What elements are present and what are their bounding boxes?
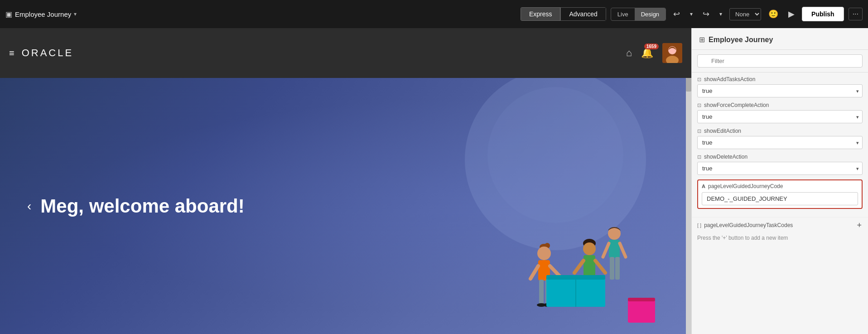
property-select-showDeleteAction[interactable]: true false	[697, 162, 863, 175]
svg-rect-6	[615, 257, 620, 280]
property-select-showEditAction[interactable]: true false	[697, 136, 863, 149]
undo-button[interactable]: ↩	[670, 7, 683, 21]
play-button[interactable]: ▶	[786, 7, 797, 21]
panel-title: Employee Journey	[709, 36, 773, 44]
design-button[interactable]: Design	[635, 8, 665, 20]
user-avatar[interactable]	[662, 43, 682, 63]
prop-icon-pageLevelGuidedJourneyCode: A	[702, 184, 705, 189]
right-panel: ⊞ Employee Journey 🔍 ⊡ showAddTasksActio…	[691, 28, 868, 334]
property-select-showForceCompleteAction[interactable]: true false	[697, 110, 863, 123]
svg-line-7	[603, 243, 609, 257]
illustration-svg	[506, 207, 664, 334]
array-label-left: [ ] pageLevelGuidedJourneyTaskCodes	[697, 222, 793, 228]
advanced-mode-button[interactable]: Advanced	[560, 7, 606, 21]
svg-point-11	[537, 247, 551, 260]
svg-rect-21	[583, 255, 595, 277]
property-label-showForceCompleteAction: ⊡ showForceCompleteAction	[697, 102, 863, 108]
live-design-group: Live Design	[611, 8, 666, 21]
svg-point-20	[583, 242, 596, 255]
publish-button[interactable]: Publish	[802, 7, 844, 21]
oracle-header-right: ⌂ 🔔 1659	[626, 43, 682, 63]
oracle-header-left: ≡ ORACLE	[9, 47, 73, 59]
panel-header: ⊞ Employee Journey	[692, 28, 868, 50]
prop-icon-showForceCompleteAction: ⊡	[697, 102, 701, 108]
property-label-pageLevelGuidedJourneyCode: A pageLevelGuidedJourneyCode	[702, 183, 858, 189]
property-select-wrapper-showAddTasksAction: true false ▾	[697, 84, 863, 97]
main-layout: ≡ ORACLE ⌂ 🔔 1659	[0, 28, 868, 334]
app-title-group: ▣ Employee Journey ▾	[5, 10, 77, 19]
panel-icon: ⊞	[699, 35, 705, 44]
property-select-showAddTasksAction[interactable]: true false	[697, 84, 863, 97]
property-select-wrapper-showDeleteAction: true false ▾	[697, 162, 863, 175]
svg-rect-32	[628, 298, 655, 301]
document-icon: ▣	[5, 10, 12, 19]
property-label-showDeleteAction: ⊡ showDeleteAction	[697, 154, 863, 160]
prop-icon-showEditAction: ⊡	[697, 128, 701, 134]
live-button[interactable]: Live	[611, 8, 635, 20]
emoji-button[interactable]: 🙂	[766, 7, 781, 21]
array-property-section: [ ] pageLevelGuidedJourneyTaskCodes + Pr…	[692, 217, 868, 245]
hero-welcome-text: Meg, welcome aboard!	[40, 195, 244, 217]
properties-section: ⊡ showAddTasksAction true false ▾ ⊡ show…	[692, 73, 868, 217]
property-showAddTasksAction: ⊡ showAddTasksAction true false ▾	[697, 76, 863, 97]
hero-banner: ‹ Meg, welcome aboard!	[0, 78, 691, 334]
prop-icon-showDeleteAction: ⊡	[697, 154, 701, 160]
svg-rect-31	[628, 298, 655, 323]
hero-illustration	[506, 207, 664, 334]
redo-dropdown-button[interactable]: ▾	[717, 9, 725, 19]
filter-input[interactable]	[697, 54, 863, 68]
svg-rect-4	[609, 240, 620, 258]
property-select-wrapper-showEditAction: true false ▾	[697, 136, 863, 149]
property-showDeleteAction: ⊡ showDeleteAction true false ▾	[697, 154, 863, 175]
none-select[interactable]: None	[729, 8, 761, 20]
notification-bell[interactable]: 🔔 1659	[641, 47, 653, 59]
avatar-image	[662, 43, 682, 63]
array-label-pageLevelGuidedJourneyTaskCodes: [ ] pageLevelGuidedJourneyTaskCodes +	[697, 221, 863, 229]
scroll-thumb[interactable]	[686, 78, 691, 92]
property-label-showAddTasksAction: ⊡ showAddTasksAction	[697, 76, 863, 82]
undo-dropdown-button[interactable]: ▾	[687, 9, 695, 19]
hamburger-icon[interactable]: ≡	[9, 48, 14, 58]
filter-container: 🔍	[692, 50, 868, 73]
svg-line-27	[574, 261, 583, 273]
svg-line-8	[620, 243, 626, 257]
property-select-wrapper-showForceCompleteAction: true false ▾	[697, 110, 863, 123]
pageLevelGuidedJourneyCode-input[interactable]	[702, 192, 858, 205]
svg-line-18	[530, 266, 538, 279]
express-mode-button[interactable]: Express	[521, 7, 561, 21]
oracle-app-header: ≡ ORACLE ⌂ 🔔 1659	[0, 28, 691, 78]
app-title: Employee Journey	[15, 10, 71, 18]
preview-area: ≡ ORACLE ⌂ 🔔 1659	[0, 28, 691, 334]
hero-back-arrow[interactable]: ‹	[27, 199, 31, 213]
svg-rect-5	[610, 257, 614, 280]
redo-button[interactable]: ↪	[700, 7, 712, 21]
array-hint: Press the '+' button to add a new item	[697, 233, 863, 243]
notification-badge: 1659	[644, 44, 659, 49]
mode-group: Express Advanced	[521, 7, 606, 21]
prop-icon-showAddTasksAction: ⊡	[697, 77, 701, 82]
property-showEditAction: ⊡ showEditAction true false ▾	[697, 128, 863, 149]
svg-rect-13	[539, 280, 544, 305]
array-icon: [ ]	[697, 223, 701, 228]
svg-line-26	[595, 261, 605, 273]
main-toolbar: ▣ Employee Journey ▾ Express Advanced Li…	[0, 0, 868, 28]
property-showForceCompleteAction: ⊡ showForceCompleteAction true false ▾	[697, 102, 863, 123]
home-icon[interactable]: ⌂	[626, 47, 632, 59]
more-options-button[interactable]: ···	[849, 8, 863, 20]
title-chevron-icon[interactable]: ▾	[74, 11, 77, 17]
oracle-logo: ORACLE	[22, 47, 73, 59]
filter-wrapper: 🔍	[697, 54, 863, 68]
property-pageLevelGuidedJourneyCode: A pageLevelGuidedJourneyCode	[697, 179, 863, 209]
property-label-showEditAction: ⊡ showEditAction	[697, 128, 863, 134]
array-add-button[interactable]: +	[856, 221, 863, 229]
scroll-bar[interactable]	[686, 78, 691, 334]
